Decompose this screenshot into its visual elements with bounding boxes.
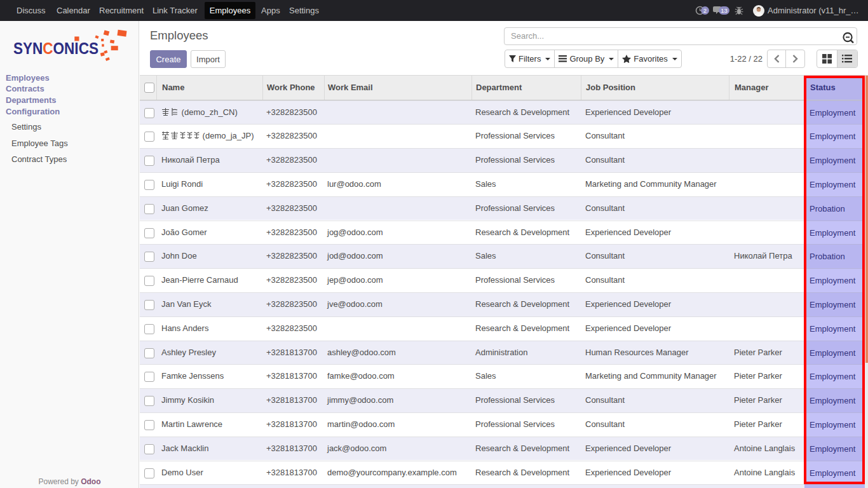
- svg-text:SYN: SYN: [13, 39, 43, 58]
- svg-text:ONICS: ONICS: [53, 39, 99, 58]
- svg-text:C: C: [43, 39, 53, 58]
